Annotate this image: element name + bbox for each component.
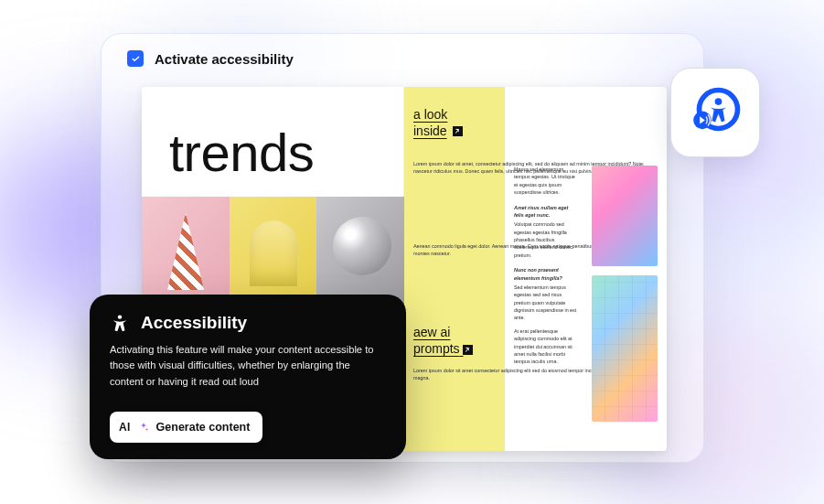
heading-line: a look (413, 107, 447, 122)
tile-sphere (316, 197, 404, 306)
svg-point-1 (715, 98, 722, 105)
accessibility-card: Accessibility Activating this feature wi… (90, 295, 406, 459)
headline: trends (169, 122, 314, 183)
arrow-icon (453, 126, 463, 136)
center-italic: Nunc non praesent elementum fringilla? (514, 266, 578, 282)
center-intro: Massa sed elementum tempus egestas. Ut t… (514, 166, 578, 197)
arrow-icon (463, 345, 473, 355)
card-title: Accessibility (141, 313, 247, 333)
tile-arch (230, 197, 317, 306)
ai-badge: AI (119, 421, 131, 434)
generate-content-button[interactable]: AI Generate content (110, 412, 262, 443)
gradient-image-1 (592, 166, 658, 266)
tile-cone (142, 197, 230, 306)
heading-line: prompts (413, 341, 460, 356)
right-page: a look inside Lorem ipsum dolor sit amet… (404, 87, 667, 451)
heading-a-look-inside: a look inside (413, 107, 463, 138)
heading-ai-prompts: aew ai prompts (413, 325, 473, 356)
svg-point-3 (118, 315, 122, 318)
generate-content-label: Generate content (156, 421, 251, 434)
voiceover-icon-tile (670, 68, 760, 157)
card-description: Activating this feature will make your c… (110, 342, 386, 390)
sparkle-icon (138, 422, 149, 433)
center-italic: Amet risus nullam eget felis eget nunc. (514, 204, 578, 220)
activate-accessibility-row: Activate accessibility (127, 50, 294, 67)
heading-line: inside (413, 123, 447, 138)
center-p: Volutpat commodo sed egestas egestas fri… (514, 220, 578, 259)
center-p: At erat pellentesque adipiscing commodo … (514, 327, 578, 366)
person-icon (110, 313, 130, 333)
heading-line: aew ai (413, 325, 450, 339)
check-icon (131, 54, 141, 64)
center-p: Sed elementum tempus egestas sed sed ris… (514, 284, 578, 322)
center-column: Massa sed elementum tempus egestas. Ut t… (514, 166, 578, 366)
activate-accessibility-checkbox[interactable] (127, 50, 144, 67)
gradient-image-2 (592, 275, 658, 422)
voiceover-icon (683, 80, 747, 145)
activate-accessibility-label: Activate accessibility (155, 51, 294, 67)
image-strip (142, 197, 404, 306)
card-title-row: Accessibility (110, 313, 386, 333)
